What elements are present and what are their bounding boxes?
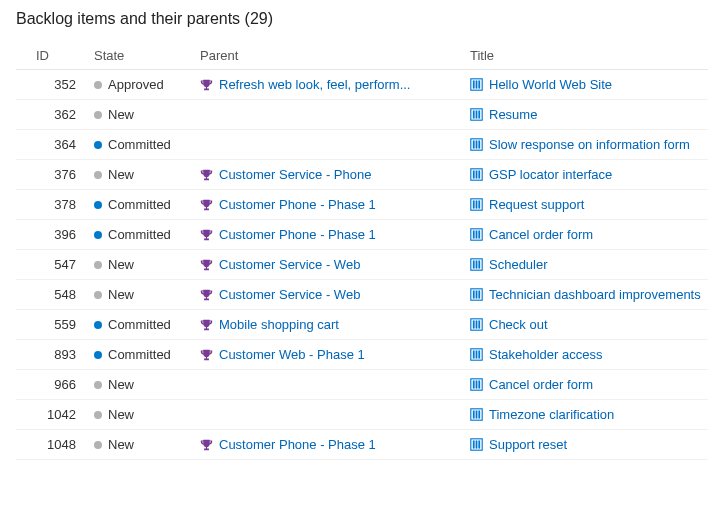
parent-link[interactable]: Customer Web - Phase 1 xyxy=(219,347,365,362)
title-link[interactable]: Support reset xyxy=(489,437,567,452)
title-link[interactable]: GSP locator interface xyxy=(489,167,612,182)
table-row[interactable]: 547New Customer Service - Web Scheduler xyxy=(16,250,708,280)
table-row[interactable]: 396Committed Customer Phone - Phase 1 Ca… xyxy=(16,220,708,250)
title-link[interactable]: Timezone clarification xyxy=(489,407,614,422)
title-link[interactable]: Slow response on information form xyxy=(489,137,690,152)
parent-cell xyxy=(196,370,466,400)
id-cell: 364 xyxy=(32,130,90,160)
table-row[interactable]: 362New Resume xyxy=(16,100,708,130)
row-gutter xyxy=(16,190,32,220)
svg-rect-21 xyxy=(473,230,475,238)
state-cell: New xyxy=(90,250,196,280)
parent-cell: Refresh web look, feel, perform... xyxy=(196,70,466,100)
svg-rect-7 xyxy=(478,110,480,118)
parent-cell: Mobile shopping cart xyxy=(196,310,466,340)
svg-rect-35 xyxy=(478,320,480,328)
title-link[interactable]: Check out xyxy=(489,317,548,332)
title-cell: Check out xyxy=(466,310,708,340)
svg-rect-1 xyxy=(473,80,475,88)
svg-rect-45 xyxy=(473,410,475,418)
svg-rect-9 xyxy=(473,140,475,148)
state-cell: New xyxy=(90,280,196,310)
parent-link[interactable]: Mobile shopping cart xyxy=(219,317,339,332)
svg-rect-41 xyxy=(473,380,475,388)
state-dot-icon xyxy=(94,201,102,209)
table-row[interactable]: 548New Customer Service - Web Technician… xyxy=(16,280,708,310)
state-label: Committed xyxy=(108,137,171,152)
svg-rect-39 xyxy=(478,350,480,358)
state-cell: Committed xyxy=(90,340,196,370)
parent-link[interactable]: Customer Service - Web xyxy=(219,287,360,302)
parent-link[interactable]: Customer Phone - Phase 1 xyxy=(219,227,376,242)
title-link[interactable]: Request support xyxy=(489,197,584,212)
title-link[interactable]: Scheduler xyxy=(489,257,548,272)
backlog-item-icon xyxy=(470,78,483,91)
parent-cell: Customer Phone - Phase 1 xyxy=(196,190,466,220)
trophy-icon xyxy=(200,348,213,361)
parent-link[interactable]: Customer Service - Phone xyxy=(219,167,371,182)
title-link[interactable]: Resume xyxy=(489,107,537,122)
col-header-id[interactable]: ID xyxy=(32,42,90,70)
trophy-icon xyxy=(200,168,213,181)
svg-rect-3 xyxy=(478,80,480,88)
trophy-icon xyxy=(200,78,213,91)
col-header-title[interactable]: Title xyxy=(466,42,708,70)
svg-rect-42 xyxy=(476,380,478,388)
svg-rect-11 xyxy=(478,140,480,148)
backlog-item-icon xyxy=(470,168,483,181)
table-row[interactable]: 364Committed Slow response on informatio… xyxy=(16,130,708,160)
svg-rect-30 xyxy=(476,290,478,298)
title-cell: Scheduler xyxy=(466,250,708,280)
state-dot-icon xyxy=(94,111,102,119)
parent-cell: Customer Phone - Phase 1 xyxy=(196,430,466,460)
col-header-state[interactable]: State xyxy=(90,42,196,70)
svg-rect-22 xyxy=(476,230,478,238)
state-label: Committed xyxy=(108,317,171,332)
title-link[interactable]: Hello World Web Site xyxy=(489,77,612,92)
table-row[interactable]: 893Committed Customer Web - Phase 1 Stak… xyxy=(16,340,708,370)
id-cell: 893 xyxy=(32,340,90,370)
table-row[interactable]: 352Approved Refresh web look, feel, perf… xyxy=(16,70,708,100)
table-row[interactable]: 559Committed Mobile shopping cart Check … xyxy=(16,310,708,340)
svg-rect-51 xyxy=(478,440,480,448)
trophy-icon xyxy=(200,288,213,301)
title-link[interactable]: Technician dashboard improvements xyxy=(489,287,701,302)
table-row[interactable]: 966New Cancel order form xyxy=(16,370,708,400)
state-dot-icon xyxy=(94,171,102,179)
title-cell: Cancel order form xyxy=(466,370,708,400)
title-link[interactable]: Cancel order form xyxy=(489,377,593,392)
title-cell: Slow response on information form xyxy=(466,130,708,160)
table-row[interactable]: 376New Customer Service - Phone GSP loca… xyxy=(16,160,708,190)
id-cell: 396 xyxy=(32,220,90,250)
svg-rect-25 xyxy=(473,260,475,268)
svg-rect-5 xyxy=(473,110,475,118)
state-dot-icon xyxy=(94,81,102,89)
title-link[interactable]: Cancel order form xyxy=(489,227,593,242)
parent-link[interactable]: Customer Service - Web xyxy=(219,257,360,272)
svg-rect-33 xyxy=(473,320,475,328)
table-row[interactable]: 1048New Customer Phone - Phase 1 Support… xyxy=(16,430,708,460)
parent-cell: Customer Service - Web xyxy=(196,250,466,280)
col-header-parent[interactable]: Parent xyxy=(196,42,466,70)
svg-rect-13 xyxy=(473,170,475,178)
row-gutter xyxy=(16,250,32,280)
state-label: New xyxy=(108,377,134,392)
parent-cell: Customer Service - Web xyxy=(196,280,466,310)
parent-link[interactable]: Refresh web look, feel, perform... xyxy=(219,77,410,92)
title-link[interactable]: Stakeholder access xyxy=(489,347,602,362)
row-gutter xyxy=(16,370,32,400)
parent-link[interactable]: Customer Phone - Phase 1 xyxy=(219,437,376,452)
state-dot-icon xyxy=(94,291,102,299)
backlog-item-icon xyxy=(470,258,483,271)
state-dot-icon xyxy=(94,441,102,449)
row-gutter xyxy=(16,310,32,340)
parent-link[interactable]: Customer Phone - Phase 1 xyxy=(219,197,376,212)
id-cell: 352 xyxy=(32,70,90,100)
svg-rect-37 xyxy=(473,350,475,358)
table-row[interactable]: 378Committed Customer Phone - Phase 1 Re… xyxy=(16,190,708,220)
row-gutter xyxy=(16,100,32,130)
title-cell: Timezone clarification xyxy=(466,400,708,430)
table-row[interactable]: 1042New Timezone clarification xyxy=(16,400,708,430)
state-label: New xyxy=(108,107,134,122)
svg-rect-17 xyxy=(473,200,475,208)
